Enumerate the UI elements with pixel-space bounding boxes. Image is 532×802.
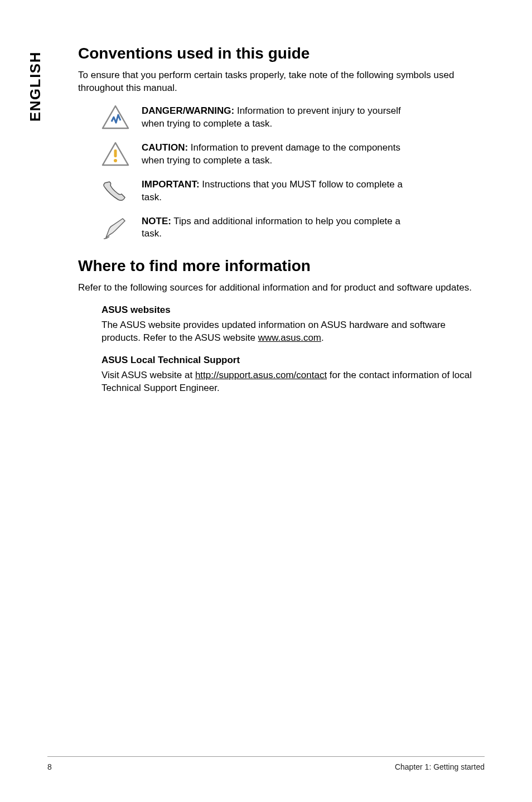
caution-icon — [101, 142, 129, 166]
notice-text: NOTE: Tips and additional information to… — [142, 215, 420, 241]
important-icon — [101, 178, 129, 203]
notice-label: NOTE: — [142, 216, 171, 226]
chapter-label: Chapter 1: Getting started — [395, 762, 485, 771]
note-icon — [101, 215, 129, 240]
notice-important: IMPORTANT: Instructions that you MUST fo… — [78, 178, 485, 204]
notice-text: IMPORTANT: Instructions that you MUST fo… — [142, 178, 420, 204]
page-footer: 8 Chapter 1: Getting started — [47, 756, 485, 771]
def-body-websites: The ASUS website provides updated inform… — [101, 319, 485, 345]
page-number: 8 — [47, 762, 52, 771]
notice-caution: CAUTION: Information to prevent damage t… — [78, 142, 485, 167]
def-body-support: Visit ASUS website at http://support.asu… — [101, 369, 485, 395]
def-title-websites: ASUS websites — [101, 305, 485, 316]
notice-note: NOTE: Tips and additional information to… — [78, 215, 485, 241]
section1-intro: To ensure that you perform certain tasks… — [78, 69, 485, 95]
link-asus[interactable]: www.asus.com — [258, 332, 321, 343]
link-support[interactable]: http://support.asus.com/contact — [195, 370, 327, 380]
section2-intro: Refer to the following sources for addit… — [78, 282, 485, 294]
notice-text: CAUTION: Information to prevent damage t… — [142, 142, 420, 167]
notice-label: IMPORTANT: — [142, 179, 200, 190]
notice-label: CAUTION: — [142, 142, 188, 153]
danger-icon — [101, 105, 129, 129]
section-heading-conventions: Conventions used in this guide — [78, 45, 485, 62]
body-pre: Visit ASUS website at — [101, 370, 195, 380]
notice-text: DANGER/WARNING: Information to prevent i… — [142, 105, 420, 131]
notice-label: DANGER/WARNING: — [142, 105, 234, 116]
notice-body: Tips and additional information to help … — [142, 216, 400, 239]
body-post: . — [321, 332, 324, 343]
language-tab: ENGLISH — [27, 51, 44, 122]
svg-marker-0 — [103, 106, 128, 128]
section-heading-moreinfo: Where to find more information — [78, 257, 485, 275]
notice-danger: DANGER/WARNING: Information to prevent i… — [78, 105, 485, 131]
svg-point-3 — [114, 159, 117, 162]
def-title-support: ASUS Local Technical Support — [101, 355, 485, 366]
svg-rect-2 — [114, 149, 117, 157]
